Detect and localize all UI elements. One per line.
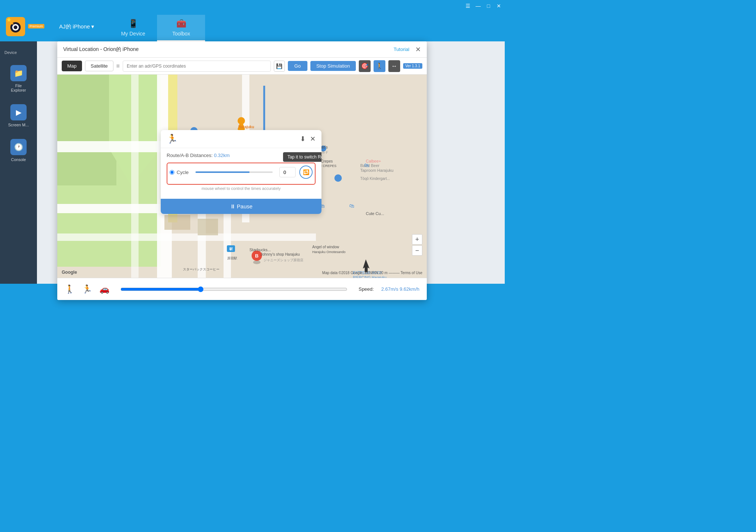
sidebar-item-screen-mirror[interactable]: ▶ Screen M... [0, 100, 37, 132]
svg-rect-26 [198, 219, 218, 235]
console-icon: 🕐 [10, 139, 27, 155]
toolbox-icon: 🧰 [176, 19, 186, 28]
toolbox-label: Toolbox [172, 31, 190, 37]
distance-label: Route/A-B Distances: [167, 153, 212, 158]
tab-my-device[interactable]: 📱 My Device [109, 15, 157, 41]
sidebar: Device 📁 FileExplorer ▶ Screen M... 🕐 Co… [0, 41, 37, 284]
bottom-panel: 🚶 🏃 🚗 Speed: 2.67m/s 9.62km/h [57, 278, 427, 284]
tutorial-link[interactable]: Tutorial [394, 47, 409, 52]
tab-toolbox[interactable]: 🧰 Toolbox [157, 15, 205, 41]
file-explorer-icon: 📁 [10, 65, 27, 81]
screen-mirror-label: Screen M... [8, 123, 29, 127]
floating-panel-body: Route/A-B Distances: 0.32km Cycle [161, 148, 321, 199]
cycle-label: Cycle [177, 170, 189, 175]
sidebar-device-label: Device [0, 47, 37, 58]
main-content: Device 📁 FileExplorer ▶ Screen M... 🕐 Co… [0, 41, 505, 284]
window-controls: ☰ — □ ✕ [465, 3, 502, 9]
svg-text:B: B [255, 253, 258, 259]
floating-panel: 🏃 ⬇ ✕ Route/A-B Distances: 0.32km [161, 130, 321, 214]
sidebar-item-file-explorer[interactable]: 📁 FileExplorer [0, 61, 37, 97]
svg-text:Harajuku Omotesando: Harajuku Omotesando [312, 250, 345, 254]
my-device-icon: 📱 [128, 19, 138, 28]
search-input[interactable] [123, 61, 271, 72]
vl-titlebar: Virtual Location - Orion的 iPhone Tutoria… [57, 41, 427, 58]
virtual-location-window: Virtual Location - Orion的 iPhone Tutoria… [57, 41, 427, 284]
svg-text:🛍: 🛍 [349, 203, 354, 209]
file-explorer-label: FileExplorer [11, 83, 26, 92]
logo-icon [6, 17, 25, 36]
app-logo: Premium [0, 17, 59, 36]
map-view-btn[interactable]: Map [62, 61, 82, 71]
app-header: Premium AJ的 iPhone ▾ 📱 My Device 🧰 Toolb… [0, 12, 505, 41]
route-mode-btn[interactable]: ↔ [388, 60, 400, 72]
satellite-view-btn[interactable]: Satellite [85, 61, 113, 71]
fp-download-btn[interactable]: ⬇ [300, 135, 306, 143]
minimize-btn[interactable]: — [475, 3, 481, 9]
svg-text:Harajuku: Harajuku [238, 125, 254, 129]
fp-controls: ⬇ ✕ [300, 135, 316, 143]
svg-text:駅: 駅 [229, 247, 233, 251]
repeat-icon: 🔁 [303, 169, 309, 175]
fp-close-btn[interactable]: ✕ [310, 135, 316, 143]
svg-text:Angel of window: Angel of window [312, 245, 340, 249]
cycle-radio[interactable]: Cycle [170, 170, 189, 175]
sidebar-item-console[interactable]: 🕐 Console [0, 134, 37, 166]
save-route-btn[interactable]: 💾 [274, 61, 285, 72]
premium-badge: Premium [28, 24, 44, 28]
close-btn[interactable]: ✕ [496, 3, 502, 9]
cycle-row-wrapper: Cycle 🔁 Tap it to switch Repeat Mode [167, 163, 316, 185]
list-icon: ≡ [116, 63, 120, 69]
svg-rect-16 [131, 75, 139, 278]
tooltip-box: Tap it to switch Repeat Mode [283, 152, 321, 162]
walk-mode-btn[interactable]: 🚶 [374, 60, 385, 72]
map-zoom-controls: + − [412, 234, 422, 256]
console-label: Console [11, 157, 26, 162]
svg-text:Cute Cu...: Cute Cu... [366, 211, 384, 216]
svg-point-31 [334, 174, 342, 182]
runner-icon: 🏃 [167, 134, 178, 144]
svg-rect-25 [164, 215, 190, 230]
cycle-radio-input[interactable] [170, 170, 174, 175]
svg-text:PIERCING Harajuku: PIERCING Harajuku [353, 276, 386, 278]
titlebar: ☰ — □ ✕ [0, 0, 505, 12]
stop-simulation-btn[interactable]: Stop Simulation [310, 61, 356, 71]
svg-text:Johnny's shop Harajuku: Johnny's shop Harajuku [260, 252, 300, 256]
zoom-out-btn[interactable]: − [412, 245, 422, 256]
device-dropdown-icon[interactable]: ▾ [91, 23, 94, 30]
device-name: AJ的 iPhone [59, 23, 90, 30]
vl-titlebar-right: Tutorial ✕ [394, 45, 421, 54]
screen-mirror-icon: ▶ [10, 104, 27, 120]
svg-text:Baird Beer: Baird Beer [360, 163, 379, 168]
pause-btn[interactable]: ⏸ Pause [161, 199, 321, 214]
map-data-text: Map data ©2018 Google, ZENRIN 20 m ——— T… [322, 271, 422, 275]
go-btn[interactable]: Go [288, 61, 307, 71]
svg-text:スターバックスコーヒー: スターバックスコーヒー [183, 267, 219, 271]
svg-text:Tōqō Kindergart...: Tōqō Kindergart... [360, 177, 390, 181]
svg-point-2 [14, 25, 17, 29]
distance-value: 0.32km [214, 153, 230, 158]
svg-rect-6 [57, 75, 116, 185]
zoom-in-btn[interactable]: + [412, 234, 422, 245]
device-name-section[interactable]: AJ的 iPhone ▾ [59, 23, 94, 30]
nav-tabs: 📱 My Device 🧰 Toolbox [109, 12, 205, 41]
cycle-slider[interactable] [195, 171, 273, 173]
vl-close-button[interactable]: ✕ [415, 45, 421, 54]
svg-text:原宿駅: 原宿駅 [227, 256, 237, 260]
maximize-btn[interactable]: □ [486, 3, 491, 9]
svg-point-27 [253, 260, 260, 264]
vl-title: Virtual Location - Orion的 iPhone [63, 46, 139, 53]
version-badge: Ver 1.3.1 [403, 63, 422, 69]
google-watermark: Google [62, 270, 77, 275]
cycle-count-input[interactable] [279, 167, 296, 177]
svg-text:🛍: 🛍 [364, 162, 369, 168]
repeat-mode-btn[interactable]: 🔁 Tap it to switch Repeat Mode [299, 166, 313, 179]
svg-text:ジャニーズショップ原宿店: ジャニーズショップ原宿店 [263, 258, 303, 262]
menu-btn[interactable]: ☰ [465, 3, 471, 9]
location-center-btn[interactable]: 🎯 [359, 60, 371, 72]
map-area[interactable]: B Harajuku Starbucks... Johnny's shop Ha… [57, 75, 427, 278]
floating-panel-header: 🏃 ⬇ ✕ [161, 130, 321, 148]
svg-rect-15 [57, 233, 316, 241]
svg-point-35 [238, 117, 245, 125]
my-device-label: My Device [121, 31, 145, 37]
svg-text:Taproom Harajuku: Taproom Harajuku [360, 168, 394, 173]
